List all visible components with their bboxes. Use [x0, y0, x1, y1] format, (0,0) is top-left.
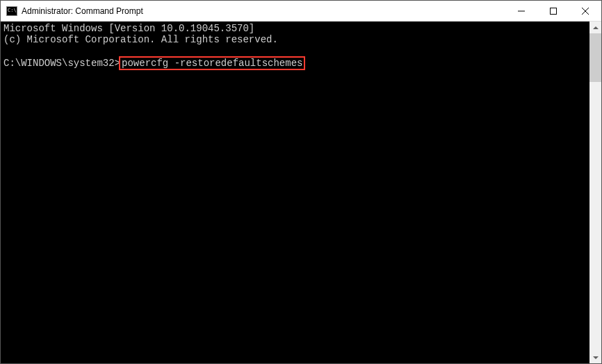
output-line-2: (c) Microsoft Corporation. All rights re…	[3, 34, 278, 45]
svg-rect-1	[551, 8, 557, 14]
window-controls	[505, 1, 601, 21]
output-line-1: Microsoft Windows [Version 10.0.19045.35…	[3, 23, 254, 34]
titlebar[interactable]: C:\ Administrator: Command Prompt	[1, 1, 601, 22]
minimize-icon	[518, 8, 525, 15]
command-highlight: powercfg -restoredefaultschemes	[119, 56, 305, 70]
command-text: powercfg -restoredefaultschemes	[122, 58, 302, 69]
scroll-thumb[interactable]	[589, 33, 601, 82]
cmd-icon-text: C:\	[8, 8, 17, 13]
scroll-track[interactable]	[589, 33, 601, 351]
scroll-up-button[interactable]	[589, 22, 601, 33]
minimize-button[interactable]	[505, 1, 537, 21]
close-icon	[582, 8, 589, 15]
chevron-down-icon	[593, 356, 599, 359]
prompt-line: C:\WINDOWS\system32>powercfg -restoredef…	[3, 58, 305, 69]
prompt-text: C:\WINDOWS\system32>	[3, 58, 120, 69]
svg-marker-4	[593, 26, 599, 29]
cmd-icon: C:\	[6, 6, 17, 16]
client-area: Microsoft Windows [Version 10.0.19045.35…	[1, 22, 601, 363]
cmd-window: C:\ Administrator: Command Prompt Micros…	[0, 0, 602, 364]
terminal-output[interactable]: Microsoft Windows [Version 10.0.19045.35…	[1, 22, 589, 363]
svg-marker-5	[593, 356, 599, 359]
chevron-up-icon	[593, 26, 599, 29]
maximize-icon	[550, 8, 557, 15]
vertical-scrollbar[interactable]	[589, 22, 601, 363]
window-title: Administrator: Command Prompt	[22, 6, 505, 16]
close-button[interactable]	[569, 1, 601, 21]
scroll-down-button[interactable]	[589, 351, 601, 363]
maximize-button[interactable]	[537, 1, 569, 21]
